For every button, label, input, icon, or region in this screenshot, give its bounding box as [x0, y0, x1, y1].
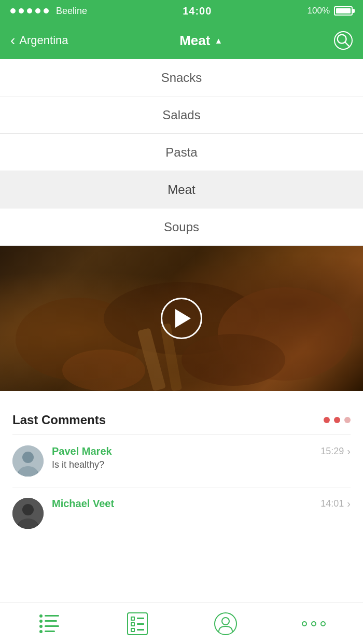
back-button[interactable]: ‹ Argentina: [10, 33, 68, 48]
list-icon: [39, 614, 59, 633]
back-arrow-icon: ‹: [10, 33, 15, 48]
food-video-area[interactable]: [0, 246, 363, 391]
comments-title: Last Comments: [12, 413, 106, 427]
tab-list[interactable]: [5, 603, 93, 644]
svg-point-10: [22, 452, 34, 463]
battery-icon: [334, 6, 353, 16]
dot-2: [334, 417, 340, 423]
tab-bar: [0, 603, 363, 644]
checkbox-icon: [131, 617, 135, 621]
back-label: Argentina: [19, 34, 68, 47]
comment-meta: 14:01 ›: [320, 498, 351, 510]
comments-more-button[interactable]: [324, 417, 351, 423]
status-bar: Beeline 14:00 100%: [0, 0, 363, 22]
dropdown-item-label: Snacks: [161, 71, 202, 85]
avatar: [12, 498, 44, 529]
comment-time: 14:01: [320, 498, 344, 509]
comment-text: Is it healthy?: [52, 459, 312, 470]
nav-bar: ‹ Argentina Meat ▲: [0, 22, 363, 59]
user-icon: [214, 612, 237, 635]
comments-section: Last Comments Pavel Marek Is it healthy?…: [0, 401, 363, 539]
time-label: 14:00: [183, 5, 212, 17]
avatar: [12, 445, 44, 477]
signal-dots: [10, 8, 49, 13]
search-button[interactable]: [334, 31, 353, 50]
dots-icon: [302, 621, 326, 626]
tab-more[interactable]: [270, 603, 358, 644]
battery-percent: 100%: [308, 6, 330, 16]
checkbox-icon: [131, 628, 135, 632]
more-dot: [320, 621, 326, 626]
comment-item[interactable]: Pavel Marek Is it healthy? 15:29 ›: [0, 435, 363, 487]
comment-chevron-icon: ›: [347, 445, 351, 457]
tab-checklist[interactable]: [93, 603, 182, 644]
dropdown-menu: Snacks Salads Pasta Meat Soups: [0, 59, 363, 246]
comment-item[interactable]: Michael Veet 14:01 ›: [0, 487, 363, 539]
dot-3: [344, 417, 351, 423]
search-icon: [335, 32, 352, 49]
category-title-button[interactable]: Meat ▲: [179, 33, 222, 49]
checklist-line: [137, 618, 144, 619]
list-dot: [39, 630, 43, 633]
dropdown-item-label: Pasta: [165, 145, 197, 160]
svg-line-1: [345, 43, 350, 47]
carrier-label: Beeline: [56, 6, 87, 17]
more-dot: [302, 621, 307, 626]
checklist-icon: [127, 612, 148, 635]
svg-point-17: [222, 618, 229, 625]
checkbox-icon: [131, 622, 135, 626]
dot-1: [324, 417, 330, 423]
dropdown-item-meat[interactable]: Meat: [0, 171, 363, 208]
list-line: [45, 625, 59, 627]
list-line: [45, 631, 55, 632]
play-button[interactable]: [161, 298, 202, 339]
dropdown-item-pasta[interactable]: Pasta: [0, 134, 363, 171]
comment-chevron-icon: ›: [347, 498, 351, 510]
comments-header: Last Comments: [0, 401, 363, 435]
dropdown-item-label: Salads: [162, 108, 200, 122]
list-line: [45, 620, 57, 622]
commenter-name: Michael Veet: [52, 498, 312, 510]
title-text: Meat: [179, 33, 210, 49]
comment-content: Michael Veet: [52, 498, 312, 512]
dropdown-item-soups[interactable]: Soups: [0, 208, 363, 246]
comment-content: Pavel Marek Is it healthy?: [52, 445, 312, 470]
dropdown-item-salads[interactable]: Salads: [0, 96, 363, 134]
list-dot: [39, 625, 43, 628]
svg-point-5: [62, 349, 145, 391]
svg-point-6: [182, 334, 285, 386]
play-triangle-icon: [175, 309, 191, 328]
list-line: [45, 615, 59, 617]
pavel-avatar-image: [12, 445, 44, 477]
checklist-line: [137, 623, 144, 625]
svg-point-14: [22, 504, 34, 515]
more-dot: [311, 621, 316, 626]
dropdown-item-label: Meat: [167, 183, 195, 197]
list-dot: [39, 614, 43, 618]
comment-time: 15:29: [320, 446, 344, 457]
dropdown-item-label: Soups: [164, 220, 199, 234]
dropdown-item-snacks[interactable]: Snacks: [0, 59, 363, 96]
dropdown-arrow-icon: ▲: [214, 36, 222, 46]
checklist-line: [137, 629, 144, 631]
michael-avatar-image: [12, 498, 44, 529]
user-silhouette-icon: [217, 615, 234, 633]
comment-meta: 15:29 ›: [320, 445, 351, 457]
tab-profile[interactable]: [182, 603, 270, 644]
commenter-name: Pavel Marek: [52, 445, 312, 457]
battery-section: 100%: [308, 6, 353, 16]
list-dot: [39, 620, 43, 623]
